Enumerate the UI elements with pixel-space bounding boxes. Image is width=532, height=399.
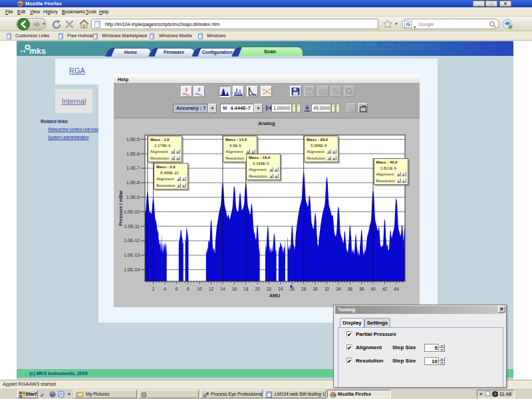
svg-text:34: 34 [336,287,341,291]
svg-text:38: 38 [359,287,364,291]
svg-text:Pressure / mBar: Pressure / mBar [118,190,123,226]
svg-text:1.0E-9: 1.0E-9 [126,195,140,200]
svg-text:14: 14 [220,287,225,291]
svg-text:28: 28 [301,287,307,291]
svg-text:30: 30 [313,287,318,291]
svg-text:20: 20 [255,287,260,291]
svg-text:1.0E-14: 1.0E-14 [124,267,140,272]
svg-text:1.0E-11: 1.0E-11 [124,224,140,229]
svg-text:2: 2 [198,87,201,92]
svg-text:8: 8 [187,287,190,291]
svg-text:40: 40 [370,287,376,291]
svg-text:32: 32 [325,287,330,291]
svg-text:1.0E-13: 1.0E-13 [124,253,140,257]
svg-text:44: 44 [394,287,399,291]
svg-text:1.0E-7: 1.0E-7 [126,166,140,170]
svg-text:42: 42 [382,287,388,291]
svg-text:1.0E-8: 1.0E-8 [126,180,140,185]
svg-text:1: 1 [186,87,188,92]
svg-text:1.0E-12: 1.0E-12 [124,238,140,243]
svg-text:36: 36 [348,287,353,291]
svg-text:AMU: AMU [269,293,280,298]
svg-text:6: 6 [175,287,178,291]
svg-text:10: 10 [197,287,202,291]
svg-text:24: 24 [278,287,283,291]
svg-text:2: 2 [152,287,155,291]
svg-text:22: 22 [267,287,272,291]
svg-text:4: 4 [164,287,166,291]
svg-text:Analog: Analog [258,120,275,126]
svg-text:1.0E-5: 1.0E-5 [126,137,140,142]
svg-text:mks: mks [29,47,46,55]
svg-text:1.0E-10: 1.0E-10 [124,209,140,214]
svg-text:12: 12 [209,287,214,291]
svg-text:1.0E-6: 1.0E-6 [126,152,140,156]
svg-text:18: 18 [243,287,249,291]
svg-text:16: 16 [232,287,237,291]
